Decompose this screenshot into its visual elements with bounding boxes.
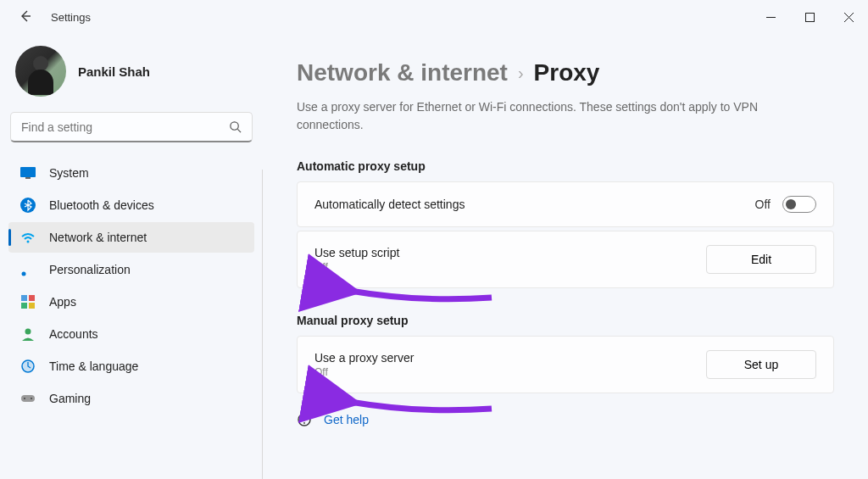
svg-rect-7 <box>21 295 27 301</box>
person-icon <box>20 326 36 342</box>
titlebar: Settings <box>0 0 868 34</box>
minimize-icon <box>766 13 776 22</box>
username: Pankil Shah <box>78 64 150 79</box>
svg-point-1 <box>231 122 238 130</box>
main-content: Network & internet › Proxy Use a proxy s… <box>263 34 868 479</box>
sidebar-item-bluetooth[interactable]: Bluetooth & devices <box>8 190 254 220</box>
sidebar-item-label: Gaming <box>49 392 91 405</box>
svg-rect-10 <box>29 303 35 309</box>
svg-point-15 <box>31 398 32 399</box>
svg-rect-13 <box>21 395 35 402</box>
sidebar-item-system[interactable]: System <box>8 158 254 188</box>
svg-rect-0 <box>805 13 814 21</box>
setup-button[interactable]: Set up <box>706 350 816 379</box>
sidebar-item-label: Bluetooth & devices <box>49 198 154 212</box>
card-auto-detect: Automatically detect settings Off <box>297 181 834 227</box>
search-input[interactable] <box>21 120 229 134</box>
close-icon <box>844 13 854 22</box>
arrow-left-icon <box>19 9 32 23</box>
back-button[interactable] <box>15 6 36 29</box>
nav: System Bluetooth & devices Network & int… <box>8 158 254 414</box>
system-icon <box>20 165 36 181</box>
card-label: Automatically detect settings <box>314 198 465 211</box>
app-title: Settings <box>51 11 91 24</box>
sidebar-item-label: System <box>49 166 89 180</box>
svg-rect-3 <box>25 177 31 179</box>
sidebar-item-accounts[interactable]: Accounts <box>8 319 254 349</box>
sidebar-item-gaming[interactable]: Gaming <box>8 383 254 414</box>
sidebar-item-label: Time & language <box>49 359 138 373</box>
maximize-icon <box>805 13 815 22</box>
minimize-button[interactable] <box>751 3 790 31</box>
apps-icon <box>20 294 36 309</box>
card-label: Use a proxy server <box>314 351 414 365</box>
svg-point-6 <box>22 272 26 276</box>
sidebar: Pankil Shah System Bluetooth & devices N… <box>0 34 263 479</box>
card-label: Use setup script <box>314 246 399 259</box>
wifi-icon <box>20 230 36 245</box>
clock-globe-icon <box>20 359 36 374</box>
sidebar-item-apps[interactable]: Apps <box>8 287 254 317</box>
svg-rect-2 <box>20 167 36 177</box>
profile[interactable]: Pankil Shah <box>8 42 254 112</box>
svg-point-17 <box>303 422 305 424</box>
card-proxy-server: Use a proxy server Off Set up <box>297 336 834 393</box>
help-icon <box>297 412 312 427</box>
chevron-right-icon: › <box>518 64 524 83</box>
get-help-link[interactable]: Get help <box>297 412 834 427</box>
toggle-auto-detect[interactable] <box>782 196 816 213</box>
section-title-manual: Manual proxy setup <box>297 314 834 327</box>
edit-button[interactable]: Edit <box>706 245 816 274</box>
window-controls <box>751 3 868 31</box>
search-box[interactable] <box>10 112 253 142</box>
maximize-button[interactable] <box>790 3 829 31</box>
sidebar-item-time[interactable]: Time & language <box>8 351 254 382</box>
gamepad-icon <box>20 391 36 406</box>
sidebar-item-label: Apps <box>49 295 76 309</box>
avatar <box>15 46 66 97</box>
svg-rect-8 <box>29 295 35 301</box>
toggle-state-text: Off <box>755 198 771 211</box>
close-button[interactable] <box>829 3 868 31</box>
svg-point-5 <box>27 241 30 243</box>
card-state: Off <box>314 261 399 273</box>
sidebar-item-personalization[interactable]: Personalization <box>8 254 254 285</box>
sidebar-item-network[interactable]: Network & internet <box>8 222 254 253</box>
breadcrumb-parent[interactable]: Network & internet <box>297 59 508 86</box>
svg-point-14 <box>24 398 25 399</box>
page-title: Proxy <box>534 59 600 86</box>
search-icon <box>229 120 242 133</box>
section-title-auto: Automatic proxy setup <box>297 159 834 173</box>
page-subtitle: Use a proxy server for Ethernet or Wi-Fi… <box>297 98 771 134</box>
card-state: Off <box>314 366 414 378</box>
brush-icon <box>20 262 36 277</box>
help-label: Get help <box>324 413 369 426</box>
sidebar-item-label: Personalization <box>49 263 131 276</box>
card-setup-script: Use setup script Off Edit <box>297 231 834 288</box>
svg-point-11 <box>25 329 31 335</box>
sidebar-item-label: Accounts <box>49 327 98 341</box>
sidebar-item-label: Network & internet <box>49 231 147 244</box>
bluetooth-icon <box>20 198 36 213</box>
breadcrumb: Network & internet › Proxy <box>297 59 834 86</box>
svg-rect-9 <box>21 303 27 309</box>
